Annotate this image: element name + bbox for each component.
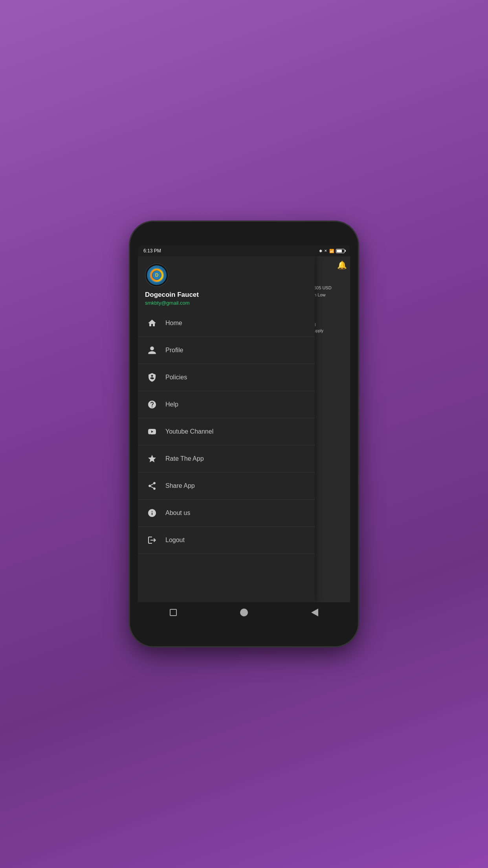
nav-label-share: Share App — [165, 482, 195, 489]
nav-label-youtube: Youtube Channel — [165, 428, 213, 435]
coin-inner: D — [152, 270, 161, 280]
avatar-inner: D — [147, 265, 167, 285]
nav-item-profile[interactable]: Profile — [138, 337, 315, 364]
nav-label-logout: Logout — [165, 537, 185, 544]
coin-logo: D — [149, 268, 164, 283]
nav-label-profile: Profile — [165, 347, 183, 354]
nav-item-rate[interactable]: Rate The App — [138, 445, 315, 473]
main-header: 🔔 — [314, 260, 347, 270]
home-nav-icon — [240, 609, 248, 616]
status-time: 6:13 PM — [143, 248, 161, 254]
user-email: smkbty@gmail.com — [145, 300, 308, 306]
recents-icon — [170, 609, 177, 616]
nav-item-about[interactable]: About us — [138, 500, 315, 527]
phone-screen: 6:13 PM ✱ ✕ 📶 🔔 605 USD h Low — [138, 245, 350, 623]
shield-icon — [145, 370, 159, 384]
nav-item-policies[interactable]: Policies — [138, 364, 315, 391]
nav-drawer: D Dogecoin Faucet smkbty@gmail.com — [138, 256, 315, 602]
bottom-nav-bar — [138, 602, 350, 623]
notification-bell-icon[interactable]: 🔔 — [337, 260, 347, 270]
battery-x-icon: ✕ — [324, 249, 327, 253]
back-button[interactable] — [307, 605, 323, 620]
logout-icon — [145, 533, 159, 547]
phone-device: 6:13 PM ✱ ✕ 📶 🔔 605 USD h Low — [130, 222, 358, 646]
status-bar: 6:13 PM ✱ ✕ 📶 — [138, 245, 350, 256]
person-icon — [145, 343, 159, 357]
drawer-container: 🔔 605 USD h Low ll upply — [138, 256, 350, 602]
status-icons: ✱ ✕ 📶 — [319, 249, 345, 253]
nav-item-logout[interactable]: Logout — [138, 527, 315, 554]
battery-fill — [337, 250, 342, 252]
home-icon — [145, 316, 159, 330]
partial-text-1: 605 USD h Low — [314, 285, 347, 298]
battery-icon — [336, 249, 345, 253]
bluetooth-icon: ✱ — [319, 249, 322, 253]
wifi-icon: 📶 — [329, 249, 334, 253]
nav-item-share[interactable]: Share App — [138, 473, 315, 500]
star-icon — [145, 452, 159, 466]
back-icon — [311, 609, 318, 616]
nav-label-home: Home — [165, 320, 182, 327]
nav-label-rate: Rate The App — [165, 455, 204, 462]
main-content-partial: 🔔 605 USD h Low ll upply — [311, 256, 350, 602]
info-icon — [145, 506, 159, 520]
nav-items-list: Home Profile — [138, 310, 315, 602]
nav-item-help[interactable]: Help — [138, 391, 315, 418]
help-icon — [145, 397, 159, 412]
youtube-icon — [145, 425, 159, 439]
app-name: Dogecoin Faucet — [145, 291, 308, 299]
nav-label-policies: Policies — [165, 374, 187, 381]
home-button[interactable] — [236, 605, 252, 620]
avatar: D — [145, 263, 169, 287]
share-icon — [145, 479, 159, 493]
nav-label-about: About us — [165, 509, 190, 517]
drawer-header: D Dogecoin Faucet smkbty@gmail.com — [138, 256, 315, 310]
nav-item-home[interactable]: Home — [138, 310, 315, 337]
recents-button[interactable] — [165, 605, 181, 620]
partial-text-2: ll upply — [314, 322, 347, 334]
nav-label-help: Help — [165, 401, 178, 408]
nav-item-youtube[interactable]: Youtube Channel — [138, 418, 315, 445]
